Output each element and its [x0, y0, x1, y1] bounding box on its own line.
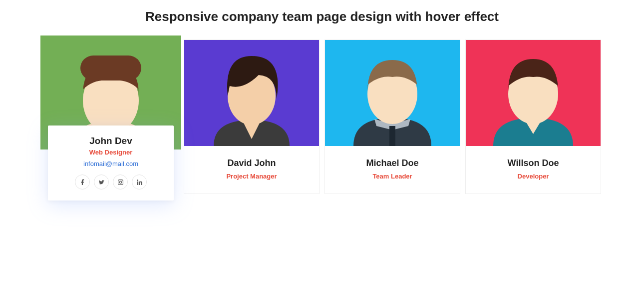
avatar-michael-icon [325, 40, 460, 146]
team-role: Web Designer [56, 148, 166, 156]
team-role: Developer [518, 172, 549, 180]
instagram-icon[interactable] [113, 174, 128, 190]
team-info: Michael Doe Team Leader [325, 146, 460, 194]
avatar-box [184, 40, 319, 146]
team-info: David John Project Manager [184, 146, 319, 194]
team-role: Project Manager [226, 172, 277, 180]
team-name: Willson Doe [471, 158, 596, 168]
avatar-david-icon [184, 40, 319, 146]
team-row: John Dev Web Designer infomail@mail.com … [0, 40, 644, 220]
page-title: Responsive company team page design with… [0, 0, 644, 40]
team-card-willson[interactable]: Willson Doe Developer [465, 40, 601, 194]
team-card-john[interactable]: John Dev Web Designer infomail@mail.com [43, 40, 179, 200]
team-name: David John [189, 158, 314, 168]
team-role: Team Leader [372, 172, 412, 180]
avatar-willson-icon [466, 40, 601, 146]
svg-rect-9 [389, 126, 395, 146]
team-info-panel: John Dev Web Designer infomail@mail.com [48, 126, 174, 200]
facebook-icon[interactable] [75, 174, 90, 190]
team-card-michael[interactable]: Michael Doe Team Leader [324, 40, 460, 194]
team-name: John Dev [56, 136, 166, 146]
team-name: Michael Doe [330, 158, 455, 168]
social-icons [56, 174, 166, 190]
avatar-box [325, 40, 460, 146]
linkedin-icon[interactable] [132, 174, 147, 190]
svg-rect-3 [80, 56, 141, 80]
team-info: Willson Doe Developer [466, 146, 601, 194]
team-card-david[interactable]: David John Project Manager [184, 40, 320, 194]
avatar-box [466, 40, 601, 146]
team-email-link[interactable]: infomail@mail.com [56, 160, 166, 168]
twitter-icon[interactable] [94, 174, 109, 190]
